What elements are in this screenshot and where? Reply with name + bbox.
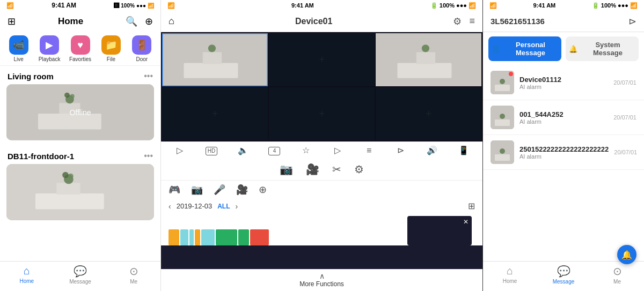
time-home: 9:41 AM	[52, 2, 76, 9]
camera-action-icon[interactable]: 📷	[280, 163, 293, 176]
play2-icon[interactable]: ▷	[324, 145, 352, 155]
panel-messages: 📶 9:41 AM 🔋 100% ●●● 📶 3L5621651136 ⊳ 👤 …	[483, 0, 644, 291]
grid4-icon[interactable]: 4	[261, 145, 288, 155]
me-nav-icon: ⊙	[129, 265, 138, 278]
toolbar-door[interactable]: 🚪 Door	[128, 35, 156, 62]
living-room-header: Living room •••	[0, 66, 160, 84]
settings2-icon[interactable]: ⚙	[354, 163, 364, 176]
grid-icon[interactable]: ⊞	[8, 16, 16, 27]
vol2-icon[interactable]: 🔊	[419, 145, 446, 155]
home-nav-icon: ⌂	[24, 265, 30, 277]
gamepad-icon[interactable]: 🎮	[169, 184, 180, 196]
tl-next[interactable]: ›	[236, 202, 238, 211]
video-cell-3[interactable]	[376, 33, 481, 86]
msg-device-1: 001_544A252	[519, 110, 608, 118]
home-title: Home	[58, 16, 83, 27]
system-label: System Message	[580, 41, 635, 57]
list-icon[interactable]: ≡	[355, 146, 383, 155]
msg-nav-title: 3L5621651136	[491, 17, 545, 26]
svg-point-29	[500, 148, 505, 154]
msg-msg-icon: 💬	[557, 265, 570, 278]
search-icon[interactable]: 🔍	[126, 16, 137, 27]
device-menu-icon[interactable]: ≡	[469, 16, 475, 27]
video-cell-1[interactable]	[162, 33, 268, 86]
toolbar-live[interactable]: 📹 Live	[4, 35, 33, 62]
record-icon[interactable]: 🎥	[236, 184, 248, 196]
tl-prev[interactable]: ‹	[169, 202, 171, 211]
more-functions[interactable]: ∧ More Functions	[161, 269, 482, 291]
tl-all[interactable]: ALL	[217, 203, 230, 210]
msg-home-icon: ⌂	[507, 265, 513, 277]
thumb-svg-2	[491, 140, 514, 164]
msg-item-0[interactable]: Device01112 AI alarm 20/07/01	[483, 65, 644, 100]
toolbar-file[interactable]: 📁 File	[97, 35, 125, 62]
thumb-svg-1	[491, 106, 514, 129]
snapshot-icon[interactable]: 📷	[191, 184, 203, 196]
video-cell-4[interactable]: +	[162, 87, 268, 140]
skip-icon[interactable]: ⊳	[387, 145, 414, 155]
tl-seg-5	[201, 229, 215, 245]
tl-seg-6	[216, 229, 237, 245]
bottom-nav-home[interactable]: ⌂ Home	[0, 265, 54, 285]
status-icons-home: 🅱 100% ●●● 📶	[114, 3, 154, 9]
device-nav-right: ⚙ ≡	[453, 16, 475, 27]
phone-icon[interactable]: 📱	[450, 145, 477, 155]
msg-date-1: 20/07/01	[613, 114, 636, 121]
message-nav-label: Message	[69, 279, 91, 285]
file-label: File	[107, 56, 115, 62]
msg-thumb-2	[491, 140, 514, 164]
msg-sub-2: AI alarm	[519, 153, 609, 160]
svg-rect-14	[203, 52, 222, 64]
tl-seg-4	[195, 229, 200, 245]
tab-system[interactable]: 🔔 System Message	[566, 36, 639, 61]
video-cell-2[interactable]: +	[269, 33, 375, 86]
personal-icon: 👤	[492, 45, 500, 53]
add-feed-icon-6: +	[426, 108, 432, 120]
tl-popup-close[interactable]: ✕	[463, 218, 469, 226]
msg-info-1: 001_544A252 AI alarm	[519, 110, 608, 125]
bottom-nav-message[interactable]: 💬 Message	[54, 265, 107, 285]
notification-fab[interactable]: 🔔	[617, 245, 636, 264]
toolbar-playback[interactable]: ▶ Playback	[35, 35, 63, 62]
toolbar-row2: 🎮 📷 🎤 🎥 ⊕	[161, 181, 482, 199]
msg-date-2: 20/07/01	[614, 149, 637, 155]
filter-icon[interactable]: ⊳	[628, 16, 636, 27]
msg-bottom-message[interactable]: 💬 Message	[537, 265, 590, 285]
msg-item-1[interactable]: 001_544A252 AI alarm 20/07/01	[483, 100, 644, 135]
video-feed-3	[376, 33, 481, 86]
timeline-bar: ‹ 2019-12-03 ALL › ⊞	[161, 199, 482, 213]
mic-icon[interactable]: 🎤	[214, 184, 225, 196]
msg-bottom-me[interactable]: ⊙ Me	[590, 265, 644, 285]
living-room-preview[interactable]: Offline	[6, 84, 154, 140]
toolbar-favorites[interactable]: ♥ Favorties	[66, 35, 94, 62]
video-cell-5[interactable]: +	[269, 87, 375, 140]
frontdoor-scene	[6, 164, 154, 220]
message-nav-icon: 💬	[74, 265, 87, 278]
hd-icon[interactable]: HD	[198, 145, 225, 155]
device-home-icon[interactable]: ⌂	[169, 16, 174, 27]
device-settings-icon[interactable]: ⚙	[453, 16, 462, 27]
tl-grid[interactable]: ⊞	[468, 201, 475, 211]
play-icon[interactable]: ▷	[166, 145, 194, 155]
star-icon[interactable]: ☆	[292, 145, 320, 155]
tl-seg-7	[238, 229, 249, 245]
svg-point-11	[68, 174, 74, 179]
add-icon[interactable]: ⊕	[145, 16, 153, 27]
battery-home: 100%	[121, 3, 135, 9]
file-icon: 📁	[101, 35, 121, 55]
video-cell-6[interactable]: +	[376, 87, 481, 140]
device-nav: ⌂ Device01 ⚙ ≡	[161, 11, 482, 32]
svg-rect-8	[56, 183, 80, 195]
tab-personal[interactable]: 👤 Personal Message	[488, 36, 561, 61]
scan-icon[interactable]: ⊕	[259, 184, 267, 196]
frontdoor-preview[interactable]	[6, 164, 154, 220]
msg-bottom-home[interactable]: ⌂ Home	[483, 265, 537, 285]
video-action-icon[interactable]: 🎥	[306, 163, 319, 176]
scissors-icon[interactable]: ✂	[332, 163, 341, 176]
living-room-more[interactable]: •••	[144, 71, 153, 81]
volume-icon[interactable]: 🔈	[229, 145, 257, 155]
fab-icon: 🔔	[621, 250, 632, 260]
msg-item-2[interactable]: 25015222222222222222222 AI alarm 20/07/0…	[483, 135, 644, 170]
bottom-nav-me[interactable]: ⊙ Me	[107, 265, 160, 285]
frontdoor-more[interactable]: •••	[144, 151, 153, 161]
